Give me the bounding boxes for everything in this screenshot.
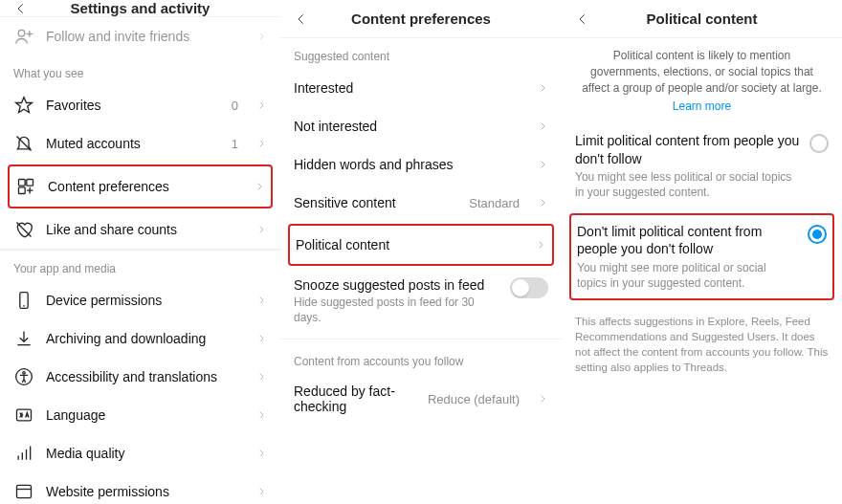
- follow-invite-row[interactable]: Follow and invite friends: [0, 17, 280, 55]
- chevron-right-icon: [537, 394, 548, 404]
- svg-rect-20: [17, 485, 32, 497]
- row-label: Follow and invite friends: [46, 29, 244, 44]
- accessibility-row[interactable]: Accessibility and translations: [0, 358, 280, 396]
- section-what-you-see: What you see: [0, 55, 280, 86]
- page-title: Political content: [647, 11, 758, 27]
- chevron-right-icon: [535, 240, 546, 250]
- row-label: Snooze suggested posts in feed: [294, 277, 499, 293]
- muted-accounts-row[interactable]: Muted accounts 1: [0, 124, 280, 163]
- star-icon: [13, 95, 34, 116]
- svg-marker-3: [16, 98, 33, 113]
- row-label: Reduced by fact-checking: [294, 383, 416, 414]
- section-follow-accounts: Content from accounts you follow: [280, 343, 562, 374]
- svg-rect-7: [19, 187, 26, 194]
- row-sublabel: Hide suggested posts in feed for 30 days…: [294, 295, 499, 325]
- chevron-right-icon: [255, 225, 267, 234]
- chevron-right-icon: [255, 334, 267, 343]
- fact-checking-row[interactable]: Reduced by fact-checking Reduce (default…: [280, 374, 562, 424]
- signal-icon: [13, 443, 34, 464]
- chevron-right-icon: [255, 139, 267, 148]
- divider: [280, 339, 562, 340]
- footnote-text: This affects suggestions in Explore, Ree…: [562, 304, 842, 384]
- radio-selected[interactable]: [808, 225, 827, 244]
- language-row[interactable]: Language: [0, 396, 280, 434]
- chevron-right-icon: [255, 100, 267, 110]
- political-content-row[interactable]: Political content: [290, 226, 552, 264]
- website-permissions-row[interactable]: Website permissions: [0, 472, 280, 504]
- media-quality-row[interactable]: Media quality: [0, 434, 280, 472]
- chevron-right-icon: [255, 449, 267, 458]
- content-preferences-panel: Content preferences Suggested content In…: [280, 0, 562, 504]
- add-person-icon: [13, 26, 34, 47]
- row-label: Device permissions: [46, 293, 244, 308]
- svg-rect-6: [27, 180, 33, 186]
- chevron-right-icon: [537, 121, 548, 131]
- accessibility-icon: [13, 366, 34, 387]
- limit-option[interactable]: Limit political content from people you …: [562, 122, 842, 209]
- bell-off-icon: [13, 133, 34, 154]
- row-label: Archiving and downloading: [46, 331, 244, 346]
- chevron-right-icon: [255, 296, 267, 305]
- section-suggested: Suggested content: [280, 38, 562, 69]
- device-permissions-row[interactable]: Device permissions: [0, 281, 280, 319]
- content-pref-icon: [15, 176, 36, 197]
- header: Settings and activity: [0, 0, 280, 17]
- back-button[interactable]: [569, 6, 596, 33]
- heart-off-icon: [13, 219, 34, 240]
- intro-text: Political content is likely to mention g…: [562, 38, 842, 99]
- section-app-media: Your app and media: [0, 251, 280, 281]
- sensitive-content-row[interactable]: Sensitive content Standard: [280, 184, 562, 222]
- option-sublabel: You might see more political or social t…: [577, 260, 798, 291]
- content-preferences-row[interactable]: Content preferences: [10, 166, 271, 207]
- row-label: Hidden words and phrases: [294, 157, 525, 172]
- option-sublabel: You might see less political or social t…: [575, 169, 800, 200]
- chevron-right-icon: [255, 32, 267, 41]
- row-label: Content preferences: [48, 179, 242, 194]
- settings-panel: Settings and activity Follow and invite …: [0, 0, 280, 504]
- row-meta: 0: [232, 99, 238, 113]
- dont-limit-option[interactable]: Don't limit political content from peopl…: [571, 217, 832, 296]
- row-meta: 1: [232, 137, 238, 151]
- browser-icon: [13, 481, 34, 502]
- row-meta: Reduce (default): [428, 392, 520, 406]
- chevron-right-icon: [537, 198, 548, 208]
- highlight-box: Content preferences: [8, 164, 273, 208]
- chevron-right-icon: [254, 182, 265, 191]
- favorites-row[interactable]: Favorites 0: [0, 86, 280, 124]
- row-label: Favorites: [46, 98, 220, 113]
- chevron-right-icon: [255, 372, 267, 382]
- snooze-row[interactable]: Snooze suggested posts in feed Hide sugg…: [280, 268, 562, 335]
- interested-row[interactable]: Interested: [280, 69, 562, 107]
- header: Content preferences: [280, 0, 562, 38]
- svg-rect-5: [19, 180, 26, 186]
- learn-more-link[interactable]: Learn more: [562, 99, 842, 122]
- option-label: Don't limit political content from peopl…: [577, 223, 798, 257]
- highlight-box: Don't limit political content from peopl…: [569, 213, 834, 300]
- header: Political content: [562, 0, 842, 38]
- row-label: Muted accounts: [46, 136, 220, 151]
- svg-rect-15: [17, 409, 32, 421]
- download-icon: [13, 328, 34, 349]
- device-icon: [13, 290, 34, 311]
- chevron-right-icon: [537, 160, 548, 169]
- row-meta: Standard: [469, 196, 520, 210]
- language-icon: [13, 405, 34, 426]
- not-interested-row[interactable]: Not interested: [280, 107, 562, 145]
- chevron-right-icon: [537, 83, 548, 93]
- back-button[interactable]: [288, 6, 315, 33]
- archiving-row[interactable]: Archiving and downloading: [0, 319, 280, 358]
- row-label: Language: [46, 407, 244, 423]
- chevron-right-icon: [255, 410, 267, 420]
- political-content-panel: Political content Political content is l…: [562, 0, 842, 504]
- hidden-words-row[interactable]: Hidden words and phrases: [280, 145, 562, 184]
- row-label: Like and share counts: [46, 222, 244, 237]
- option-label: Limit political content from people you …: [575, 132, 800, 166]
- row-label: Website permissions: [46, 484, 244, 499]
- radio-unselected[interactable]: [809, 134, 829, 153]
- page-title: Settings and activity: [71, 0, 210, 16]
- like-share-counts-row[interactable]: Like and share counts: [0, 210, 280, 249]
- snooze-toggle[interactable]: [510, 277, 548, 298]
- highlight-box: Political content: [288, 224, 554, 266]
- page-title: Content preferences: [351, 11, 491, 27]
- row-label: Media quality: [46, 446, 244, 461]
